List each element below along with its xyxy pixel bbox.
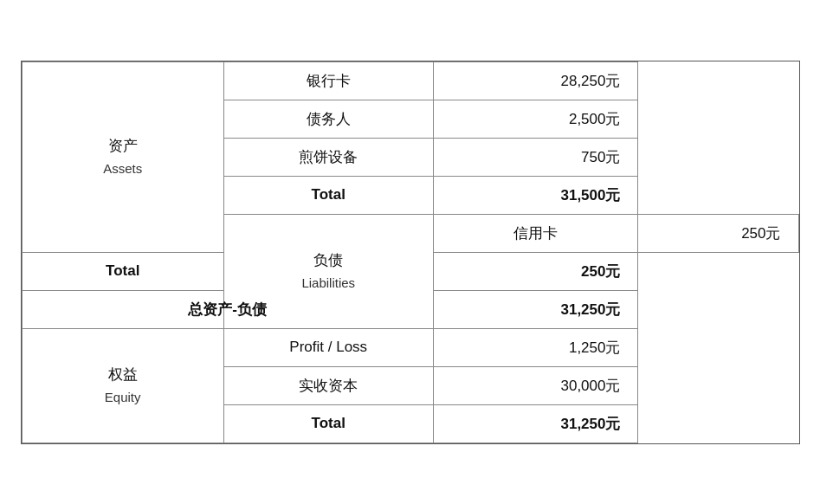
liabilities-total-label: Total (22, 252, 223, 290)
liabilities-item-1-name: 信用卡 (433, 214, 638, 252)
assets-category: 资产 Assets (22, 61, 223, 252)
assets-total-amount: 31,500元 (433, 176, 638, 214)
assets-item-2-name: 债务人 (223, 100, 433, 138)
equity-label-en: Equity (40, 387, 206, 408)
liabilities-item-1-amount: 250元 (638, 214, 798, 252)
equity-item-2-amount: 30,000元 (433, 366, 638, 404)
assets-item-3-name: 煎饼设备 (223, 138, 433, 176)
assets-row-1: 资产 Assets 银行卡 28,250元 (22, 61, 798, 100)
liabilities-label-zh: 负债 (242, 249, 416, 272)
assets-label-en: Assets (40, 158, 206, 179)
equity-item-2-name: 实收资本 (223, 366, 433, 404)
balance-sheet-table: 资产 Assets 银行卡 28,250元 债务人 2,500元 煎饼设备 75… (21, 61, 800, 444)
equity-total-amount: 31,250元 (433, 404, 638, 443)
assets-item-1-amount: 28,250元 (433, 61, 638, 100)
equity-total-label: Total (223, 404, 433, 443)
net-assets-amount: 31,250元 (433, 290, 638, 328)
equity-label-zh: 权益 (40, 363, 206, 386)
equity-item-1-amount: 1,250元 (433, 328, 638, 366)
net-assets-row: 总资产-负债 31,250元 (22, 290, 798, 328)
net-assets-label: 总资产-负债 (22, 290, 433, 328)
liabilities-total-amount: 250元 (433, 252, 638, 290)
assets-item-3-amount: 750元 (433, 138, 638, 176)
equity-item-1-name: Profit / Loss (223, 328, 433, 366)
assets-total-label: Total (223, 176, 433, 214)
assets-item-2-amount: 2,500元 (433, 100, 638, 138)
assets-item-1-name: 银行卡 (223, 61, 433, 100)
equity-category: 权益 Equity (22, 328, 223, 443)
equity-row-1: 权益 Equity Profit / Loss 1,250元 (22, 328, 798, 366)
assets-label-zh: 资产 (40, 134, 206, 158)
